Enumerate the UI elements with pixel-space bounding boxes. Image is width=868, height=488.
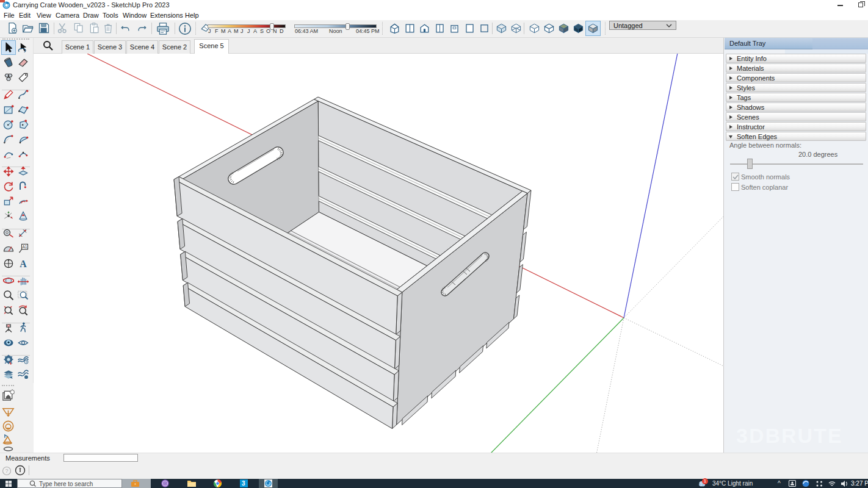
svg-text:A: A (20, 258, 27, 268)
svg-text:?: ? (5, 468, 8, 474)
svg-text:A1: A1 (22, 245, 27, 249)
